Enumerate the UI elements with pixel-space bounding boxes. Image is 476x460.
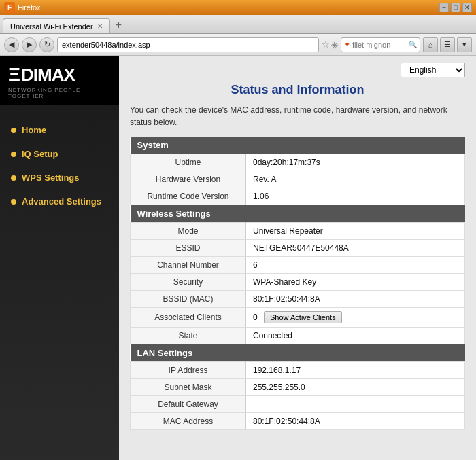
new-tab-button[interactable]: + <box>110 17 127 33</box>
sidebar-item-advanced-settings[interactable]: Advanced Settings <box>0 190 119 213</box>
menu-button[interactable]: ▾ <box>457 37 472 52</box>
section-wireless: Wireless Settings <box>131 205 465 223</box>
value-state: Connected <box>246 328 465 344</box>
value-runtime-code: 1.06 <box>246 188 465 205</box>
address-input[interactable] <box>57 37 319 52</box>
value-default-gateway <box>246 396 465 413</box>
sidebar-label-iq-setup: iQ Setup <box>22 149 58 159</box>
sidebar-item-wps-settings[interactable]: WPS Settings <box>0 166 119 190</box>
table-row: ESSID NETGEAR50447E50448A <box>131 240 465 257</box>
logo-tagline: NETWORKING PEOPLE TOGETHER <box>8 87 111 99</box>
section-wireless-header: Wireless Settings <box>131 205 465 223</box>
tab-label: Universal Wi-Fi Extender <box>10 22 93 31</box>
label-runtime-code: Runtime Code Version <box>131 188 246 205</box>
close-button[interactable]: ✕ <box>462 3 472 12</box>
table-row: IP Address 192.168.1.17 <box>131 362 465 379</box>
table-row: State Connected <box>131 328 465 344</box>
logo-sigma: Ξ <box>8 64 20 86</box>
page-description: You can check the device's MAC address, … <box>130 104 465 128</box>
address-bar: ◀ ▶ ↻ ☆ ◈ ✦ 🔍 ⌂ ☰ ▾ <box>0 34 476 56</box>
sidebar-bullet-iq-setup <box>11 152 16 157</box>
value-assoc-clients: 0 Show Active Clients <box>246 308 465 328</box>
titlebar: F Firefox – □ ✕ <box>0 0 476 15</box>
logo-area: Ξ DIMAX NETWORKING PEOPLE TOGETHER <box>0 56 119 105</box>
table-row: Default Gateway <box>131 396 465 413</box>
sidebar-bullet-wps-settings <box>11 175 16 181</box>
table-row: Channel Number 6 <box>131 257 465 274</box>
value-essid: NETGEAR50447E50448A <box>246 240 465 257</box>
home-toolbar-button[interactable]: ⌂ <box>423 37 438 52</box>
tab-close-icon[interactable]: ✕ <box>97 22 103 30</box>
content-area: English Chinese French German Spanish St… <box>119 56 476 460</box>
value-mac-address: 80:1F:02:50:44:8A <box>246 413 465 430</box>
window-controls: – □ ✕ <box>439 3 472 12</box>
page-title: Status and Information <box>130 83 465 97</box>
value-hardware-version: Rev. A <box>246 171 465 188</box>
restore-button[interactable]: □ <box>451 3 460 12</box>
toolbar-right: ⌂ ☰ ▾ <box>423 37 472 52</box>
language-select[interactable]: English Chinese French German Spanish <box>401 63 465 77</box>
firefox-icon: F <box>4 2 15 13</box>
bookmark-icons: ☆ ◈ <box>322 39 338 50</box>
value-mode: Universal Repeater <box>246 223 465 240</box>
label-default-gateway: Default Gateway <box>131 396 246 413</box>
value-subnet-mask: 255.255.255.0 <box>246 379 465 396</box>
search-box: ✦ 🔍 <box>341 37 420 52</box>
sidebar-item-iq-setup[interactable]: iQ Setup <box>0 142 119 166</box>
refresh-button[interactable]: ↻ <box>39 37 54 52</box>
logo-dimax: DIMAX <box>21 65 75 86</box>
label-mode: Mode <box>131 223 246 240</box>
table-row: Associated Clients 0 Show Active Clients <box>131 308 465 328</box>
label-assoc-clients: Associated Clients <box>131 308 246 328</box>
sidebar-label-home: Home <box>22 125 46 135</box>
label-channel: Channel Number <box>131 257 246 274</box>
table-row: BSSID (MAC) 80:1F:02:50:44:8A <box>131 291 465 308</box>
label-ip-address: IP Address <box>131 362 246 379</box>
label-bssid: BSSID (MAC) <box>131 291 246 308</box>
show-active-clients-button[interactable]: Show Active Clients <box>264 311 342 323</box>
table-row: Mode Universal Repeater <box>131 223 465 240</box>
rss-icon[interactable]: ◈ <box>331 39 338 50</box>
search-input[interactable] <box>352 41 407 49</box>
back-button[interactable]: ◀ <box>4 37 19 52</box>
active-tab[interactable]: Universal Wi-Fi Extender ✕ <box>3 18 110 33</box>
value-security: WPA-Shared Key <box>246 274 465 291</box>
section-system: System <box>131 137 465 154</box>
section-lan-header: LAN Settings <box>131 344 465 362</box>
tabbar: Universal Wi-Fi Extender ✕ + <box>0 15 476 34</box>
table-row: Hardware Version Rev. A <box>131 171 465 188</box>
search-go-icon[interactable]: 🔍 <box>409 41 417 48</box>
label-mac-address: MAC Address <box>131 413 246 430</box>
language-bar: English Chinese French German Spanish <box>130 63 465 77</box>
sidebar-label-wps-settings: WPS Settings <box>22 173 80 183</box>
bookmarks-button[interactable]: ☰ <box>440 37 455 52</box>
label-security: Security <box>131 274 246 291</box>
label-essid: ESSID <box>131 240 246 257</box>
search-engine-icon: ✦ <box>344 40 350 49</box>
bookmark-icon[interactable]: ☆ <box>322 39 330 50</box>
label-state: State <box>131 328 246 344</box>
sidebar-label-advanced-settings: Advanced Settings <box>22 196 101 207</box>
sidebar-bullet-advanced-settings <box>11 199 16 205</box>
value-uptime: 0day:20h:17m:37s <box>246 154 465 171</box>
table-row: Uptime 0day:20h:17m:37s <box>131 154 465 171</box>
table-row: Security WPA-Shared Key <box>131 274 465 291</box>
forward-button[interactable]: ▶ <box>22 37 37 52</box>
table-row: MAC Address 80:1F:02:50:44:8A <box>131 413 465 430</box>
sidebar-bullet-home <box>11 128 16 133</box>
value-bssid: 80:1F:02:50:44:8A <box>246 291 465 308</box>
table-row: Subnet Mask 255.255.255.0 <box>131 379 465 396</box>
value-ip-address: 192.168.1.17 <box>246 362 465 379</box>
sidebar-item-home[interactable]: Home <box>0 118 119 142</box>
value-channel: 6 <box>246 257 465 274</box>
main-layout: Ξ DIMAX NETWORKING PEOPLE TOGETHER Home … <box>0 56 476 460</box>
minimize-button[interactable]: – <box>439 3 449 12</box>
sidebar-nav: Home iQ Setup WPS Settings Advanced Sett… <box>0 105 119 213</box>
logo: Ξ DIMAX <box>8 64 111 86</box>
titlebar-title: Firefox <box>18 3 439 12</box>
label-hardware-version: Hardware Version <box>131 171 246 188</box>
section-lan: LAN Settings <box>131 344 465 362</box>
label-uptime: Uptime <box>131 154 246 171</box>
info-table: System Uptime 0day:20h:17m:37s Hardware … <box>130 137 465 430</box>
section-system-header: System <box>131 137 465 154</box>
